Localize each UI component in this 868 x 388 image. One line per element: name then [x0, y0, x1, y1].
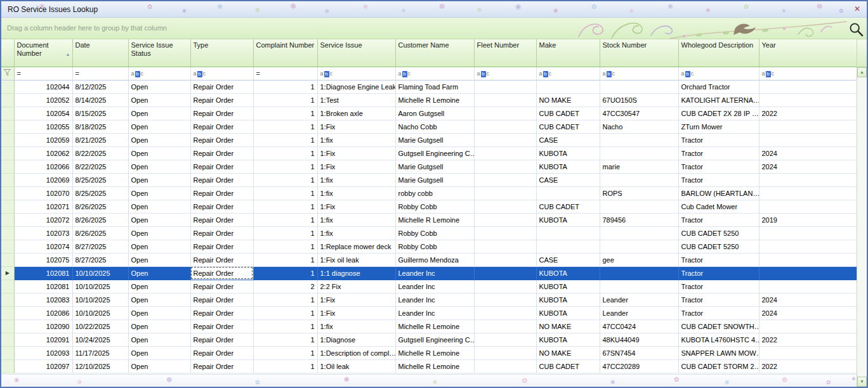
cell-customer-name[interactable]: Marie Gutgsell	[395, 173, 474, 186]
cell-year[interactable]	[759, 346, 857, 359]
cell-wholegood-description[interactable]: Tractor	[678, 293, 759, 306]
cell-customer-name[interactable]: Leander Inc	[395, 293, 474, 306]
cell-complaint-number[interactable]: 1	[253, 306, 317, 320]
filter-cell-customer-name[interactable]: abc	[395, 67, 474, 80]
cell-fleet-number[interactable]	[474, 240, 536, 253]
cell-stock-number[interactable]	[600, 200, 678, 213]
cell-year[interactable]: 2022	[759, 359, 857, 373]
cell-year[interactable]: 2024	[759, 146, 857, 160]
cell-document-number[interactable]: 102066	[14, 160, 72, 173]
cell-complaint-number[interactable]: 1	[253, 226, 317, 240]
cell-year[interactable]	[759, 266, 857, 280]
table-row[interactable]: 1020718/26/2025OpenRepair Order11:FixRob…	[1, 200, 857, 213]
cell-complaint-number[interactable]: 1	[253, 80, 317, 93]
table-row[interactable]: 10209010/22/2025OpenRepair Order11:fixMi…	[1, 320, 857, 333]
cell-service-issue-status[interactable]: Open	[128, 320, 190, 333]
cell-year[interactable]	[759, 173, 857, 186]
cell-type[interactable]: Repair Order	[190, 320, 253, 333]
cell-stock-number[interactable]	[600, 146, 678, 160]
cell-service-issue[interactable]: 1:Replace mower deck	[317, 240, 395, 253]
cell-service-issue[interactable]: 1:Oil leak	[317, 359, 395, 373]
table-row[interactable]: 1020748/27/2025OpenRepair Order11:Replac…	[1, 240, 857, 253]
cell-complaint-number[interactable]: 1	[253, 107, 317, 120]
cell-date[interactable]: 8/25/2025	[72, 173, 128, 186]
row-indicator[interactable]	[1, 226, 14, 240]
cell-make[interactable]: KUBOTA	[536, 146, 600, 160]
filter-cell-service-issue[interactable]: abc	[317, 67, 395, 80]
cell-date[interactable]: 8/27/2025	[72, 253, 128, 266]
filter-cell-type[interactable]: abc	[190, 67, 253, 80]
table-row[interactable]: 1020758/27/2025OpenRepair Order11:Fix oi…	[1, 253, 857, 266]
cell-customer-name[interactable]: robby cobb	[395, 186, 474, 200]
row-indicator[interactable]	[1, 253, 14, 266]
row-indicator[interactable]	[1, 173, 14, 186]
cell-service-issue[interactable]: 1:Description of compl…	[317, 346, 395, 359]
cell-type[interactable]: Repair Order	[190, 173, 253, 186]
cell-fleet-number[interactable]	[474, 93, 536, 107]
cell-customer-name[interactable]: Leander Inc	[395, 306, 474, 320]
filter-cell-service-issue-status[interactable]: abc	[128, 67, 190, 80]
cell-date[interactable]: 8/22/2025	[72, 160, 128, 173]
cell-customer-name[interactable]: Robby Cobb	[395, 240, 474, 253]
cell-service-issue-status[interactable]: Open	[128, 80, 190, 93]
cell-stock-number[interactable]	[600, 266, 678, 280]
cell-service-issue[interactable]: 1:Fix	[317, 146, 395, 160]
cell-complaint-number[interactable]: 1	[253, 359, 317, 373]
cell-type[interactable]: Repair Order	[190, 346, 253, 359]
cell-document-number[interactable]: 102071	[14, 200, 72, 213]
cell-fleet-number[interactable]	[474, 266, 536, 280]
cell-customer-name[interactable]: Michelle R Lemoine	[395, 346, 474, 359]
cell-type[interactable]: Repair Order	[190, 107, 253, 120]
cell-document-number[interactable]: 102055	[14, 120, 72, 133]
table-row[interactable]: ▶10208110/10/2025OpenRepair Order11:1 di…	[1, 266, 857, 280]
cell-date[interactable]: 8/15/2025	[72, 107, 128, 120]
filter-cell-make[interactable]: abc	[536, 67, 600, 80]
column-header-complaint-number[interactable]: Complaint Number	[253, 39, 317, 67]
cell-service-issue[interactable]: 1:Diagnose Engine Leak	[317, 80, 395, 93]
filter-cell-stock-number[interactable]: abc	[600, 67, 678, 80]
table-row[interactable]: 1020548/15/2025OpenRepair Order11:Broken…	[1, 107, 857, 120]
cell-date[interactable]: 10/10/2025	[72, 266, 128, 280]
cell-service-issue-status[interactable]: Open	[128, 226, 190, 240]
table-row[interactable]: 10209712/10/2025OpenRepair Order11:Oil l…	[1, 359, 857, 373]
cell-service-issue[interactable]: 1:Fix oil leak	[317, 253, 395, 266]
cell-wholegood-description[interactable]: CUB CADET 5250	[678, 240, 759, 253]
cell-customer-name[interactable]: Leander Inc	[395, 266, 474, 280]
cell-service-issue[interactable]: 1:1 diagnose	[317, 266, 395, 280]
cell-date[interactable]: 10/22/2025	[72, 320, 128, 333]
close-button[interactable]: ✕	[852, 4, 862, 14]
row-indicator[interactable]	[1, 146, 14, 160]
cell-complaint-number[interactable]: 1	[253, 320, 317, 333]
cell-wholegood-description[interactable]: CUB CADET SNOWTH…	[678, 320, 759, 333]
cell-wholegood-description[interactable]: Tractor	[678, 160, 759, 173]
cell-type[interactable]: Repair Order	[190, 120, 253, 133]
cell-customer-name[interactable]: Leander Inc	[395, 280, 474, 293]
cell-year[interactable]	[759, 226, 857, 240]
row-indicator[interactable]	[1, 93, 14, 107]
cell-service-issue[interactable]: 1:fix	[317, 213, 395, 226]
column-header-make[interactable]: Make	[536, 39, 600, 67]
cell-stock-number[interactable]: 48KU44049	[600, 333, 678, 346]
cell-service-issue-status[interactable]: Open	[128, 253, 190, 266]
cell-customer-name[interactable]: Gutgsell Engineering C…	[395, 146, 474, 160]
cell-year[interactable]	[759, 240, 857, 253]
table-row[interactable]: 1020628/22/2025OpenRepair Order11:FixGut…	[1, 146, 857, 160]
table-row[interactable]: 1020698/25/2025OpenRepair Order11:fixMar…	[1, 173, 857, 186]
table-row[interactable]: 1020598/21/2025OpenRepair Order11:fixMar…	[1, 133, 857, 146]
filter-cell-year[interactable]: abc	[759, 67, 857, 80]
row-indicator[interactable]	[1, 280, 14, 293]
cell-document-number[interactable]: 102072	[14, 213, 72, 226]
cell-make[interactable]: CUB CADET	[536, 200, 600, 213]
cell-document-number[interactable]: 102083	[14, 293, 72, 306]
cell-type[interactable]: Repair Order	[190, 333, 253, 346]
cell-complaint-number[interactable]: 1	[253, 333, 317, 346]
cell-date[interactable]: 8/26/2025	[72, 226, 128, 240]
cell-stock-number[interactable]	[600, 133, 678, 146]
cell-fleet-number[interactable]	[474, 200, 536, 213]
scrollbar-track[interactable]	[857, 77, 867, 377]
cell-wholegood-description[interactable]: Tractor	[678, 173, 759, 186]
cell-fleet-number[interactable]	[474, 146, 536, 160]
cell-wholegood-description[interactable]: Tractor	[678, 280, 759, 293]
cell-service-issue-status[interactable]: Open	[128, 333, 190, 346]
filter-cell-document-number[interactable]: =	[14, 67, 72, 80]
